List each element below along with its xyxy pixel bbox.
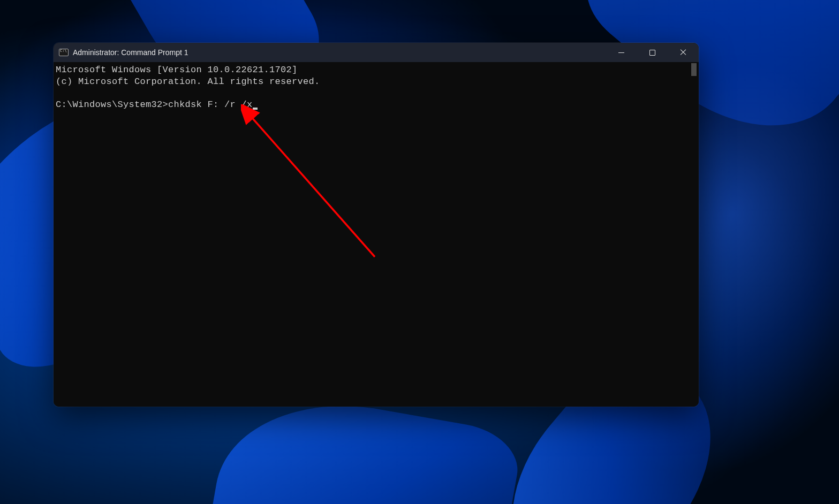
cmd-icon — [59, 49, 69, 56]
scrollbar-track[interactable] — [691, 63, 698, 406]
maximize-button[interactable] — [637, 43, 668, 62]
window-title: Administrator: Command Prompt 1 — [73, 48, 188, 57]
minimize-icon — [618, 52, 624, 53]
maximize-icon — [649, 50, 655, 56]
close-icon — [680, 49, 686, 56]
window-controls — [606, 43, 699, 62]
terminal-output: Microsoft Windows [Version 10.0.22621.17… — [56, 64, 697, 110]
scrollbar-thumb[interactable] — [691, 63, 697, 76]
command-prompt-window: Administrator: Command Prompt 1 Microsof… — [54, 43, 699, 407]
version-line: Microsoft Windows [Version 10.0.22621.17… — [56, 65, 298, 75]
window-titlebar[interactable]: Administrator: Command Prompt 1 — [54, 43, 699, 62]
prompt-text: C:\Windows\System32> — [56, 100, 168, 110]
terminal-body[interactable]: Microsoft Windows [Version 10.0.22621.17… — [54, 62, 699, 407]
minimize-button[interactable] — [606, 43, 637, 62]
close-button[interactable] — [668, 43, 699, 62]
copyright-line: (c) Microsoft Corporation. All rights re… — [56, 77, 320, 87]
cursor — [253, 108, 258, 110]
command-input[interactable]: chkdsk F: /r /x — [168, 100, 253, 110]
